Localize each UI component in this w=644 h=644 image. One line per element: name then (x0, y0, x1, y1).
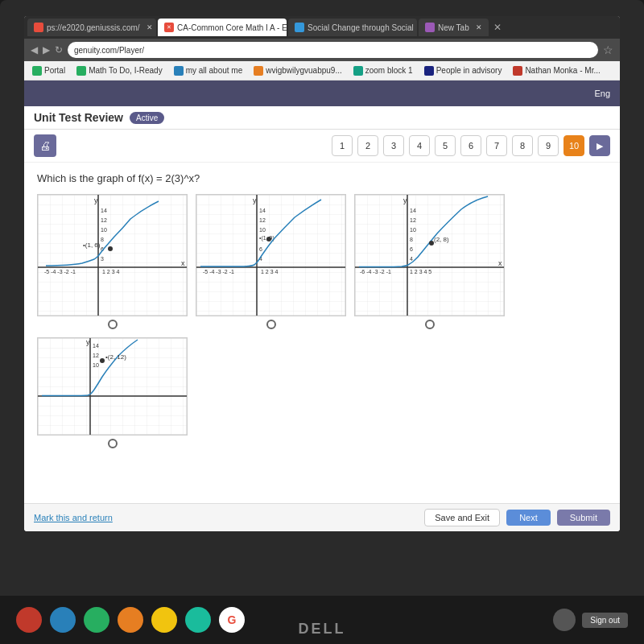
bookmark-mathready-icon (76, 66, 86, 76)
q-btn-4[interactable]: 4 (409, 135, 430, 156)
bookmark-zoom[interactable]: zoom block 1 (350, 64, 416, 77)
svg-rect-31 (355, 195, 504, 316)
q-btn-9[interactable]: 9 (538, 135, 559, 156)
refresh-icon[interactable]: ↻ (55, 44, 63, 56)
svg-text:10: 10 (101, 227, 107, 233)
graph-option-c: 14 12 10 8 6 4 -6 -4 -3 -2 -1 1 2 3 4 5 … (354, 194, 505, 329)
svg-text:12: 12 (259, 217, 266, 223)
taskbar-icon-6[interactable] (185, 607, 211, 633)
tab-newtab[interactable]: New Tab ✕ (419, 19, 489, 36)
taskbar-icon-1[interactable] (16, 607, 42, 633)
taskbar-circle-button[interactable] (553, 609, 576, 631)
graph-d: 14 12 10 y •(2, 12) (37, 337, 188, 436)
q-btn-3[interactable]: 3 (383, 135, 404, 156)
bookmark-mathready[interactable]: Math To Do, I-Ready (73, 64, 166, 77)
svg-text:3: 3 (101, 256, 104, 262)
graph-option-b: 14 12 10 •(1, 9) 6 4 -5 -4 -3 -2 -1 1 2 … (196, 194, 346, 329)
app-header: Eng (24, 80, 620, 106)
active-badge: Active (130, 112, 164, 124)
graph-a: 14 12 10 8 6 3 -5 -4 -3 -2 -1 1 2 3 4 (37, 194, 188, 316)
screen: ps://e2020.geniussis.com/ ✕ ✕ CA-Common … (24, 16, 620, 531)
q-btn-5[interactable]: 5 (435, 135, 456, 156)
back-icon[interactable]: ◀ (31, 44, 38, 56)
question-text: Which is the graph of f(x) = 2(3)^x? (37, 172, 607, 184)
tab-favicon-newtab (425, 23, 435, 32)
address-input[interactable] (68, 42, 598, 58)
taskbar-icon-5[interactable] (151, 607, 177, 633)
q-btn-8[interactable]: 8 (512, 135, 533, 156)
taskbar-icon-2[interactable] (50, 607, 76, 633)
next-button[interactable]: Next (506, 510, 551, 526)
bookmark-aboutme-icon (174, 66, 184, 76)
graph-b-svg: 14 12 10 •(1, 9) 6 4 -5 -4 -3 -2 -1 1 2 … (196, 195, 345, 316)
graph-d-svg: 14 12 10 y •(2, 12) (38, 338, 187, 435)
svg-rect-1 (38, 195, 187, 316)
q-btn-2[interactable]: 2 (357, 135, 378, 156)
graphs-row-1: 14 12 10 8 6 3 -5 -4 -3 -2 -1 1 2 3 4 (37, 194, 607, 329)
svg-text:12: 12 (101, 217, 107, 223)
bookmark-portal-icon (32, 66, 42, 76)
bookmarks-bar: Portal Math To Do, I-Ready my all about … (24, 61, 620, 80)
taskbar-icon-chrome[interactable]: G (219, 607, 245, 633)
svg-text:-6 -4 -3 -2 -1: -6 -4 -3 -2 -1 (360, 269, 391, 275)
q-btn-6[interactable]: 6 (460, 135, 481, 156)
sign-out-button[interactable]: Sign out (582, 613, 628, 628)
svg-text:y: y (253, 196, 257, 204)
radio-b[interactable] (266, 320, 276, 329)
q-btn-next[interactable]: ▶ (589, 135, 610, 156)
svg-text:14: 14 (93, 343, 99, 349)
q-btn-7[interactable]: 7 (486, 135, 507, 156)
svg-text:-5 -4 -3 -2 -1: -5 -4 -3 -2 -1 (44, 269, 76, 275)
q-btn-1[interactable]: 1 (332, 135, 353, 156)
print-button[interactable]: 🖨 (34, 134, 56, 157)
bookmark-wvig-icon (254, 66, 263, 76)
taskbar-icon-4[interactable] (118, 607, 143, 633)
bottom-bar: Mark this and return Save and Exit Next … (24, 503, 620, 531)
content-area: Eng Unit Test Review Active 🖨 1 2 3 4 5 … (24, 80, 620, 531)
bookmark-zoom-icon (353, 66, 363, 76)
svg-text:x: x (498, 259, 502, 267)
taskbar-icon-3[interactable] (84, 607, 109, 633)
svg-text:1 2 3 4: 1 2 3 4 (102, 269, 120, 275)
tab-geniussis[interactable]: ps://e2020.geniussis.com/ ✕ (27, 19, 156, 36)
svg-rect-47 (38, 338, 187, 435)
save-exit-button[interactable]: Save and Exit (424, 509, 500, 526)
bookmark-portal[interactable]: Portal (29, 64, 68, 77)
taskbar-icons: G (16, 607, 245, 633)
bookmark-advisory[interactable]: People in advisory (421, 64, 506, 77)
radio-a[interactable] (108, 320, 118, 329)
bookmark-star-icon[interactable]: ☆ (603, 43, 613, 56)
tab-favicon-social (295, 23, 304, 32)
q-btn-10[interactable]: 10 (564, 135, 584, 156)
forward-icon[interactable]: ▶ (43, 44, 50, 56)
laptop-bezel: ps://e2020.geniussis.com/ ✕ ✕ CA-Common … (0, 0, 644, 596)
close-window-icon[interactable]: ✕ (493, 22, 502, 33)
submit-button[interactable]: Submit (557, 510, 610, 526)
bookmark-aboutme[interactable]: my all about me (171, 64, 246, 77)
radio-c[interactable] (425, 320, 435, 329)
svg-text:y: y (403, 196, 407, 204)
svg-text:10: 10 (259, 227, 266, 233)
svg-point-54 (100, 358, 105, 363)
svg-text:-5 -4 -3 -2 -1: -5 -4 -3 -2 -1 (203, 269, 234, 275)
unit-header: Unit Test Review Active (24, 106, 620, 130)
svg-text:12: 12 (93, 353, 99, 358)
tab-close-4[interactable]: ✕ (476, 23, 482, 31)
svg-text:y: y (94, 196, 98, 204)
tab-ca-math[interactable]: ✕ CA-Common Core Math I A - E ✕ (158, 19, 287, 36)
tab-social[interactable]: Social Change through Social ✕ (288, 19, 417, 36)
graph-a-svg: 14 12 10 8 6 3 -5 -4 -3 -2 -1 1 2 3 4 (38, 195, 187, 316)
mark-return-link[interactable]: Mark this and return (34, 513, 113, 522)
svg-text:1 2 3 4: 1 2 3 4 (261, 269, 279, 275)
svg-rect-17 (196, 195, 345, 316)
bookmark-wvig[interactable]: wvigbwilygvuabpu9... (250, 64, 345, 77)
taskbar-right: Sign out (553, 609, 628, 631)
tab-favicon-genius (34, 23, 43, 32)
graphs-container: 14 12 10 8 6 3 -5 -4 -3 -2 -1 1 2 3 4 (37, 194, 607, 448)
svg-text:14: 14 (259, 208, 266, 213)
bookmark-nathan[interactable]: Nathan Monka - Mr... (510, 64, 603, 77)
svg-text:6: 6 (410, 246, 413, 252)
radio-d[interactable] (108, 439, 118, 448)
svg-text:10: 10 (410, 227, 416, 233)
tab-close-1[interactable]: ✕ (147, 23, 153, 31)
